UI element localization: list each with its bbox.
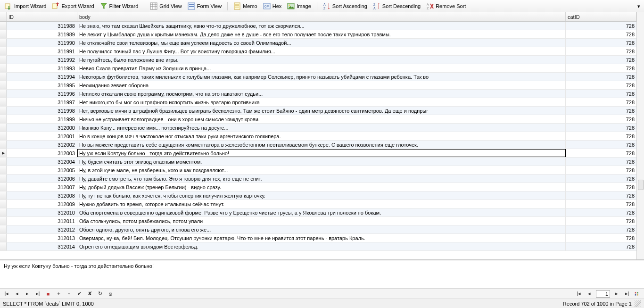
memo-pane[interactable]: Ну уж если Ковтуну больно - тогда это де…	[0, 260, 644, 288]
cell-body[interactable]: Ну уж если Ковтуну больно - тогда это де…	[77, 149, 566, 157]
cell-catid[interactable]: 728	[566, 81, 636, 89]
cell-catid[interactable]: 728	[566, 149, 636, 157]
export-wizard-button[interactable]: Export Wizard	[49, 1, 97, 11]
cell-body[interactable]: Ну, будем считать этот эпизод опасным мо…	[77, 158, 566, 166]
cell-body[interactable]: Но вы можете представить себе ощущения к…	[77, 141, 566, 149]
sort-asc-button[interactable]: AZ Sort Ascending	[320, 1, 370, 11]
table-row[interactable]: 312009Нужно добавить то время, которое и…	[0, 200, 636, 208]
cell-id[interactable]: 312009	[7, 200, 77, 208]
page-settings-button[interactable]	[634, 290, 641, 298]
nav-commit-button[interactable]: ✔	[75, 290, 83, 298]
cell-catid[interactable]: 728	[566, 225, 636, 233]
cell-catid[interactable]: 728	[566, 30, 636, 38]
cell-id[interactable]: 312007	[7, 183, 77, 191]
cell-id[interactable]: 312006	[7, 175, 77, 183]
table-row[interactable]: 312001Но в конце концов мяч в частоколе …	[0, 132, 636, 141]
cell-body[interactable]: Огрел его огнедышащим взглядом Вестерфел…	[77, 242, 566, 250]
cell-id[interactable]: 312013	[7, 234, 77, 242]
nav-first-button[interactable]: |◂	[3, 290, 10, 298]
cell-id[interactable]: 312003	[7, 149, 77, 157]
row-header[interactable]	[0, 73, 7, 81]
cell-body[interactable]: Оба столкнулись, потом разбежались, пото…	[77, 217, 566, 225]
sort-desc-button[interactable]: ZA Sort Descending	[370, 1, 423, 11]
row-header[interactable]	[0, 166, 7, 174]
table-row[interactable]: 312012Обвел одного, другого, опять друго…	[0, 225, 636, 234]
cell-id[interactable]: 312008	[7, 191, 77, 200]
cell-body[interactable]: Нканкво Кану... интересное имя... потрен…	[77, 124, 566, 132]
nav-stop-button[interactable]: ■	[44, 290, 52, 298]
row-header[interactable]	[0, 115, 7, 123]
resize-grip[interactable]	[635, 300, 641, 307]
filter-wizard-button[interactable]: Filter Wizard	[97, 1, 141, 11]
row-header[interactable]	[0, 81, 7, 89]
cell-id[interactable]: 311990	[7, 39, 77, 47]
row-header[interactable]	[0, 47, 7, 55]
cell-catid[interactable]: 728	[566, 98, 636, 106]
row-header[interactable]	[0, 183, 7, 191]
cell-body[interactable]: Овермарс, ну-ка, бей! Бил. Молодец. Отсу…	[77, 234, 566, 242]
cell-catid[interactable]: 728	[566, 47, 636, 55]
table-row[interactable]: 311994Некоторых футболистов, таких милен…	[0, 73, 636, 81]
row-header[interactable]	[0, 39, 7, 47]
cell-catid[interactable]: 728	[566, 132, 636, 140]
row-header[interactable]	[0, 158, 7, 166]
row-header[interactable]	[0, 175, 7, 183]
page-first-button[interactable]: |◂	[575, 290, 583, 298]
cell-id[interactable]: 312011	[7, 217, 77, 225]
table-row[interactable]: 312005Ну, в этой куче-мале, не разберешь…	[0, 166, 636, 175]
table-row[interactable]: 311992Не пугайтесь, было положение вне и…	[0, 56, 636, 64]
table-row[interactable]: 312003Ну уж если Ковтуну больно - тогда …	[0, 149, 636, 158]
table-row[interactable]: 312010Оба спортсмена в совершенно одинак…	[0, 208, 636, 217]
toolbar-overflow-button[interactable]: ▾	[636, 2, 642, 10]
cell-id[interactable]: 311993	[7, 64, 77, 72]
cell-body[interactable]: Ну, добрый дядька Вассеж (тренер Бельгии…	[77, 183, 566, 191]
column-header-body[interactable]: body	[77, 12, 566, 21]
cell-catid[interactable]: 728	[566, 115, 636, 123]
row-header[interactable]	[0, 64, 7, 72]
table-row[interactable]: 311995Неожиданно зевает оборона728	[0, 81, 636, 90]
cell-catid[interactable]: 728	[566, 39, 636, 47]
row-header-corner[interactable]	[0, 12, 7, 21]
nav-delete-button[interactable]: －	[65, 290, 73, 298]
row-header[interactable]	[0, 242, 7, 250]
table-row[interactable]: 311991Не получился точный пас у Луиша Фи…	[0, 47, 636, 56]
cell-id[interactable]: 311989	[7, 30, 77, 38]
cell-body[interactable]: Но в конце концов мяч в частоколе ног от…	[77, 132, 566, 140]
row-header[interactable]	[0, 56, 7, 64]
cell-catid[interactable]: 728	[566, 64, 636, 72]
row-header[interactable]	[0, 90, 7, 98]
cell-body[interactable]: Неплохо откатали свою программу, посмотр…	[77, 90, 566, 98]
cell-catid[interactable]: 728	[566, 242, 636, 250]
row-header[interactable]	[0, 217, 7, 225]
cell-id[interactable]: 312005	[7, 166, 77, 174]
cell-id[interactable]: 311988	[7, 22, 77, 30]
table-row[interactable]: 312002Но вы можете представить себе ощущ…	[0, 141, 636, 149]
cell-body[interactable]: Ну, в этой куче-мале, не разберешь, кого…	[77, 166, 566, 174]
cell-id[interactable]: 312012	[7, 225, 77, 233]
row-header[interactable]	[0, 234, 7, 242]
nav-refresh-button[interactable]: ↻	[96, 290, 104, 298]
cell-id[interactable]: 311999	[7, 115, 77, 123]
table-row[interactable]: 311996Неплохо откатали свою программу, п…	[0, 90, 636, 98]
table-row[interactable]: 311997Нет никого,кто бы мог со штрафного…	[0, 98, 636, 107]
cell-body[interactable]: Не отключайте свои телевизоры, мы еще ва…	[77, 39, 566, 47]
cell-body[interactable]: Невио Скала превратил Парму из Золушки в…	[77, 64, 566, 72]
table-row[interactable]: 312000Нканкво Кану... интересное имя... …	[0, 124, 636, 132]
cell-id[interactable]: 311991	[7, 47, 77, 55]
nav-cancel-button[interactable]: ✘	[86, 290, 93, 298]
row-header[interactable]	[0, 124, 7, 132]
cell-id[interactable]: 312010	[7, 208, 77, 216]
table-row[interactable]: 311999Ничья не устраивает волгоградцев -…	[0, 115, 636, 124]
cell-body[interactable]: Ну, давайте смотреть, что там было. Это …	[77, 175, 566, 183]
table-row[interactable]: 312007Ну, добрый дядька Вассеж (тренер Б…	[0, 183, 636, 191]
cell-id[interactable]: 311998	[7, 107, 77, 115]
nav-last-button[interactable]: ▸|	[34, 290, 41, 298]
cell-id[interactable]: 311992	[7, 56, 77, 64]
cell-body[interactable]: Обвел одного, другого, опять другого, и …	[77, 225, 566, 233]
row-header[interactable]	[0, 225, 7, 233]
cell-body[interactable]: Оба спортсмена в совершенно одинаковой ф…	[77, 208, 566, 216]
cell-catid[interactable]: 728	[566, 124, 636, 132]
table-row[interactable]: 311989Не лежит у Цымбаларя душа к крытым…	[0, 30, 636, 39]
cell-body[interactable]: Ничья не устраивает волгоградцев - они в…	[77, 115, 566, 123]
cell-body[interactable]: Нет, верховые мячи в штрафной бразильцев…	[77, 107, 566, 115]
